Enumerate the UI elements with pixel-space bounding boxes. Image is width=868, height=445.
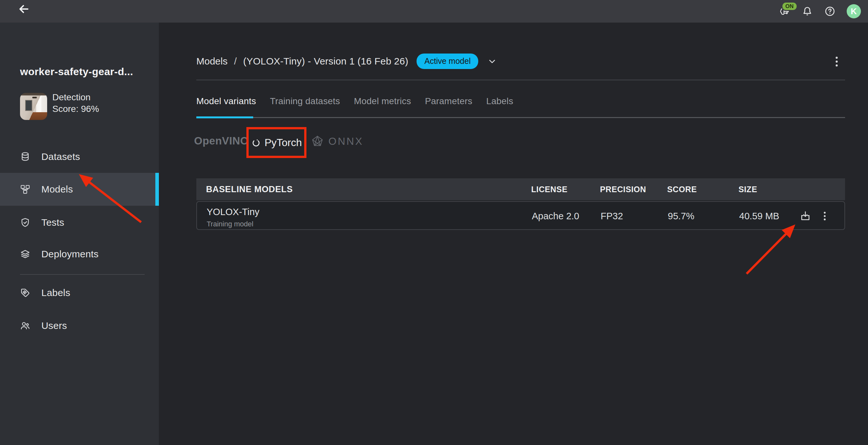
thumbnail-detail <box>25 100 32 111</box>
project-thumbnail[interactable] <box>20 93 47 120</box>
database-icon <box>20 151 30 162</box>
active-tab-indicator <box>196 116 253 118</box>
header-divider <box>196 80 845 80</box>
column-header-score: SCORE <box>667 178 697 200</box>
sidebar-divider <box>20 274 145 275</box>
model-name: YOLOX-Tiny <box>207 207 259 217</box>
framework-label: PyTorch <box>265 137 302 149</box>
sidebar-item-users[interactable]: Users <box>0 310 159 342</box>
column-header-size: SIZE <box>739 178 757 200</box>
baseline-models-table: BASELINE MODELS LICENSE PRECISION SCORE … <box>196 178 845 200</box>
breadcrumb-current-model: (YOLOX-Tiny) - Version 1 (16 Feb 26) <box>243 56 408 67</box>
cell-license: Apache 2.0 <box>532 202 579 231</box>
breadcrumb-separator: / <box>234 56 237 67</box>
framework-tab-openvino[interactable]: OpenVINO <box>194 135 249 147</box>
sidebar-item-label: Deployments <box>41 249 98 260</box>
sidebar-item-models[interactable]: Models <box>0 173 159 206</box>
layers-icon <box>20 249 30 259</box>
tabs-underline <box>196 117 845 118</box>
credits-on-badge: ON <box>781 2 798 11</box>
table-header-row: BASELINE MODELS LICENSE PRECISION SCORE … <box>196 178 845 200</box>
chevron-down-icon[interactable] <box>487 57 497 66</box>
sidebar-item-label: Labels <box>41 287 70 298</box>
breadcrumb-models-link[interactable]: Models <box>196 56 228 67</box>
notifications-bell-icon[interactable] <box>802 5 813 17</box>
user-avatar[interactable]: K <box>847 4 861 19</box>
framework-label: ONNX <box>329 135 363 147</box>
framework-tab-onnx[interactable]: ONNX <box>311 135 363 148</box>
back-arrow-icon[interactable] <box>18 3 30 15</box>
breadcrumb: Models / (YOLOX-Tiny) - Version 1 (16 Fe… <box>196 52 497 71</box>
shield-check-icon <box>20 217 30 228</box>
tab-model-metrics[interactable]: Model metrics <box>354 96 411 115</box>
framework-tab-pytorch[interactable]: PyTorch <box>246 127 306 158</box>
thumbnail-detail <box>32 97 37 98</box>
cell-score: 95.7% <box>668 202 694 231</box>
column-header-license: LICENSE <box>531 178 568 200</box>
table-group-header: BASELINE MODELS <box>206 178 293 200</box>
project-score: Score: 96% <box>52 104 99 114</box>
column-header-precision: PRECISION <box>600 178 646 200</box>
help-icon[interactable] <box>824 5 836 17</box>
tag-icon <box>20 288 30 298</box>
sidebar-item-label: Datasets <box>41 151 80 162</box>
cell-size: 40.59 MB <box>739 202 779 231</box>
topbar-actions: ON K <box>779 0 861 23</box>
active-model-badge[interactable]: Active model <box>416 54 478 69</box>
users-icon <box>20 320 30 331</box>
sidebar-item-datasets[interactable]: Datasets <box>0 141 159 173</box>
sidebar-item-labels[interactable]: Labels <box>0 277 159 309</box>
model-graph-icon <box>20 184 30 195</box>
onnx-icon <box>311 135 324 148</box>
tab-bar: Model variants Training datasets Model m… <box>196 96 513 115</box>
sidebar-item-label: Models <box>41 184 73 195</box>
sidebar-item-label: Users <box>41 320 67 331</box>
row-kebab-menu-icon[interactable] <box>821 210 829 222</box>
sidebar: worker-safety-gear-d... Detection Score:… <box>0 23 159 445</box>
download-icon[interactable] <box>800 210 811 222</box>
model-subtitle: Training model <box>207 220 253 228</box>
top-bar: ON K <box>0 0 868 23</box>
sidebar-item-tests[interactable]: Tests <box>0 206 159 239</box>
sidebar-item-label: Tests <box>41 217 64 228</box>
app-window: ON K worker-safety-gear-d... <box>0 0 868 445</box>
page-kebab-menu-icon[interactable] <box>833 56 841 68</box>
sidebar-item-deployments[interactable]: Deployments <box>0 238 159 270</box>
table-row[interactable]: YOLOX-Tiny Training model Apache 2.0 FP3… <box>196 201 845 230</box>
project-task-type: Detection <box>52 92 90 103</box>
pytorch-flame-icon <box>251 137 261 148</box>
tab-model-variants[interactable]: Model variants <box>196 96 256 115</box>
tab-labels[interactable]: Labels <box>486 96 514 115</box>
credits-brain-icon[interactable]: ON <box>779 5 790 17</box>
cell-precision: FP32 <box>600 202 623 231</box>
tab-training-datasets[interactable]: Training datasets <box>270 96 340 115</box>
tab-parameters[interactable]: Parameters <box>425 96 472 115</box>
project-name: worker-safety-gear-d... <box>20 66 133 78</box>
